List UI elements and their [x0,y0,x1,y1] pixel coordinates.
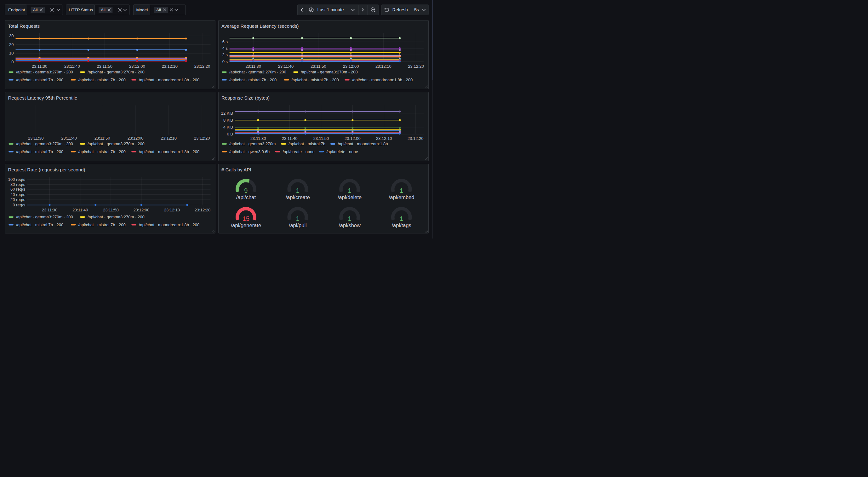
svg-text:20 req/s: 20 req/s [10,197,25,202]
svg-text:1: 1 [296,187,300,194]
svg-text:15: 15 [243,215,249,222]
svg-text:/api/chat - gemma3:270m: /api/chat - gemma3:270m [229,142,276,146]
svg-text:23:12:10: 23:12:10 [376,136,392,141]
svg-text:1: 1 [400,187,403,194]
svg-text:23:11:50: 23:11:50 [313,136,329,141]
svg-text:/api/chat - gemma3:270m - 200: /api/chat - gemma3:270m - 200 [88,142,145,146]
svg-text:23:11:40: 23:11:40 [282,136,298,141]
svg-text:/api/chat - gemma3:270m - 200: /api/chat - gemma3:270m - 200 [16,142,73,146]
svg-text:/api/chat - gemma3:270m - 200: /api/chat - gemma3:270m - 200 [88,214,145,219]
svg-text:/api/chat - moondream:1.8b - 2: /api/chat - moondream:1.8b - 200 [139,78,199,82]
svg-text:8 KiB: 8 KiB [223,118,233,123]
svg-text:4 KiB: 4 KiB [223,125,233,129]
svg-text:/api/chat: /api/chat [236,195,256,200]
svg-text:23:12:00: 23:12:00 [133,208,149,212]
svg-text:/api/chat - gemma3:270m - 200: /api/chat - gemma3:270m - 200 [229,70,286,74]
svg-text:23:11:30: 23:11:30 [28,136,43,141]
svg-text:/api/delete: /api/delete [338,195,362,200]
svg-text:/api/create: /api/create [286,195,310,200]
svg-text:/api/chat - moondream:1.8b - 2: /api/chat - moondream:1.8b - 200 [139,222,199,227]
svg-text:Refresh: Refresh [393,7,408,12]
svg-text:/api/chat - mistral:7b - 200: /api/chat - mistral:7b - 200 [78,149,125,154]
svg-text:/api/tags: /api/tags [392,222,411,228]
svg-text:23:12:20: 23:12:20 [194,208,210,212]
svg-text:23:12:10: 23:12:10 [164,208,180,212]
svg-text:10: 10 [9,51,13,55]
svg-text:23:11:40: 23:11:40 [278,64,294,69]
svg-text:/api/chat - moondream:1.8b - 2: /api/chat - moondream:1.8b - 200 [352,78,412,82]
svg-text:/api/create - none: /api/create - none [283,149,315,154]
svg-text:0 s: 0 s [222,59,228,64]
svg-text:Last 1 minute: Last 1 minute [317,7,344,12]
svg-text:/api/generate: /api/generate [231,222,261,228]
svg-text:0: 0 [11,60,13,64]
svg-text:23:12:20: 23:12:20 [407,136,424,141]
svg-text:/api/chat - gemma3:270m - 200: /api/chat - gemma3:270m - 200 [88,70,145,74]
svg-text:23:12:00: 23:12:00 [127,136,143,141]
svg-text:23:12:00: 23:12:00 [345,136,361,141]
svg-text:Model: Model [136,7,148,12]
svg-text:23:11:40: 23:11:40 [64,64,80,69]
svg-text:/api/delete - none: /api/delete - none [327,149,358,154]
svg-text:23:11:50: 23:11:50 [94,136,110,141]
svg-text:23:11:30: 23:11:30 [41,208,57,212]
svg-text:23:11:30: 23:11:30 [245,64,261,69]
svg-text:All: All [101,7,105,12]
svg-text:23:12:00: 23:12:00 [343,64,359,69]
svg-text:23:12:20: 23:12:20 [408,64,424,69]
svg-text:/api/pull: /api/pull [289,222,307,228]
svg-text:/api/chat - gemma3:270m - 200: /api/chat - gemma3:270m - 200 [16,70,73,74]
svg-text:23:12:00: 23:12:00 [129,64,145,69]
svg-text:2 s: 2 s [222,52,228,57]
svg-text:23:12:20: 23:12:20 [194,136,210,141]
svg-text:Endpoint: Endpoint [8,7,25,12]
svg-text:/api/chat - mistral:7b: /api/chat - mistral:7b [288,142,326,146]
svg-text:/api/chat - gemma3:270m - 200: /api/chat - gemma3:270m - 200 [16,214,73,219]
svg-text:23:12:10: 23:12:10 [375,64,392,69]
svg-text:/api/chat - qwen3:0.6b: /api/chat - qwen3:0.6b [229,149,270,154]
svg-text:/api/chat - mistral:7b - 200: /api/chat - mistral:7b - 200 [16,149,63,154]
svg-text:/api/embed: /api/embed [389,195,414,200]
svg-text:/api/show: /api/show [339,222,361,228]
svg-text:/api/chat - mistral:7b - 200: /api/chat - mistral:7b - 200 [78,222,125,227]
svg-text:20: 20 [9,42,13,47]
svg-text:6 s: 6 s [222,39,228,44]
svg-text:23:11:50: 23:11:50 [311,64,326,69]
svg-text:HTTP Status: HTTP Status [69,7,93,12]
svg-text:23:11:30: 23:11:30 [31,64,47,69]
svg-text:/api/chat - mistral:7b - 200: /api/chat - mistral:7b - 200 [16,222,63,227]
svg-text:1: 1 [348,187,351,194]
svg-text:23:11:50: 23:11:50 [103,208,118,212]
svg-text:23:12:10: 23:12:10 [161,64,178,69]
svg-text:0 B: 0 B [227,132,233,137]
svg-text:All: All [33,7,38,12]
svg-text:23:11:50: 23:11:50 [97,64,113,69]
svg-text:5s: 5s [414,7,419,12]
svg-text:23:12:20: 23:12:20 [194,64,210,69]
svg-text:9: 9 [244,187,248,194]
svg-text:/api/chat - moondream:1.8b - 2: /api/chat - moondream:1.8b - 200 [139,149,199,154]
svg-text:23:11:30: 23:11:30 [250,136,266,141]
svg-text:23:12:10: 23:12:10 [161,136,177,141]
svg-text:12 KiB: 12 KiB [221,111,233,116]
svg-text:/api/chat - gemma3:270m - 200: /api/chat - gemma3:270m - 200 [301,70,358,74]
svg-text:60 req/s: 60 req/s [10,187,25,191]
svg-text:/api/chat - mistral:7b - 200: /api/chat - mistral:7b - 200 [229,78,277,82]
svg-text:100 req/s: 100 req/s [8,177,25,182]
svg-text:23:11:40: 23:11:40 [61,136,77,141]
svg-text:80 req/s: 80 req/s [10,182,25,187]
svg-text:30: 30 [9,33,13,38]
svg-text:/api/chat - moondream:1.8b: /api/chat - moondream:1.8b [338,142,388,146]
svg-text:4 s: 4 s [222,46,228,51]
svg-text:1: 1 [348,215,351,222]
svg-text:40 req/s: 40 req/s [10,192,25,197]
svg-text:/api/chat - mistral:7b - 200: /api/chat - mistral:7b - 200 [16,78,63,82]
svg-text:1: 1 [296,215,300,222]
svg-text:1: 1 [400,215,403,222]
svg-text:/api/chat - mistral:7b - 200: /api/chat - mistral:7b - 200 [78,78,125,82]
svg-text:/api/chat - mistral:7b - 200: /api/chat - mistral:7b - 200 [292,78,339,82]
svg-text:All: All [156,7,161,12]
svg-text:23:11:40: 23:11:40 [72,208,88,212]
svg-text:0 req/s: 0 req/s [12,203,25,207]
